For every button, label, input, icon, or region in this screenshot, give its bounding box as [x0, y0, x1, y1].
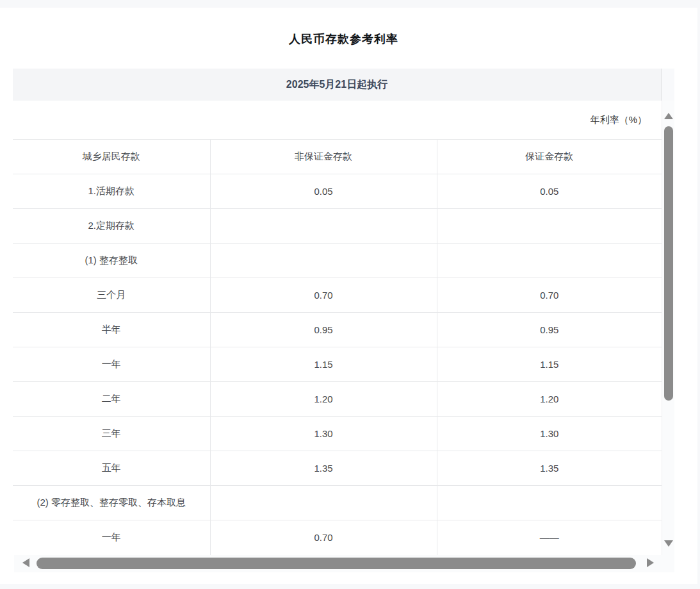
scroll-up-arrow-icon[interactable] [664, 113, 673, 119]
margin-rate-cell: —— [437, 520, 662, 555]
non-margin-rate-cell: 0.70 [210, 278, 437, 313]
non-margin-rate-cell: 0.70 [210, 520, 437, 555]
rates-page: 人民币存款参考利率 2025年5月21日起执行 年利率（%） 城乡居民存款 非保… [0, 0, 700, 589]
vertical-scrollbar[interactable] [662, 101, 674, 572]
margin-rate-cell: 1.20 [437, 382, 662, 417]
non-margin-rate-cell [210, 209, 437, 244]
deposit-type-cell: 半年 [13, 313, 210, 347]
scroll-left-arrow-icon[interactable] [22, 558, 29, 567]
header-deposit-type: 城乡居民存款 [13, 140, 210, 174]
margin-rate-cell: 1.30 [437, 417, 662, 451]
deposit-type-cell: (1) 整存整取 [13, 244, 210, 278]
page-title: 人民币存款参考利率 [13, 31, 674, 47]
margin-rate-cell: 1.15 [437, 347, 662, 382]
annual-rate-unit-label: 年利率（%） [13, 113, 647, 127]
table-row: 一年 1.15 1.15 [13, 347, 662, 382]
rate-table-body: 1.活期存款 0.05 0.05 2.定期存款 (1) 整存整取 三个月 0.7… [13, 174, 662, 555]
table-row: 一年 0.70 —— [13, 520, 662, 555]
table-row: 1.活期存款 0.05 0.05 [13, 174, 662, 209]
scroll-down-arrow-icon[interactable] [664, 540, 673, 547]
table-row: 二年 1.20 1.20 [13, 382, 662, 417]
table-row: 三年 1.30 1.30 [13, 417, 662, 451]
table-row: 五年 1.35 1.35 [13, 451, 662, 486]
table-row: 半年 0.95 0.95 [13, 313, 662, 347]
effective-date-banner-gutter [662, 69, 674, 101]
non-margin-rate-cell: 1.35 [210, 451, 437, 486]
deposit-type-cell: 五年 [13, 451, 210, 486]
margin-rate-cell [437, 244, 662, 278]
deposit-type-cell: (2) 零存整取、整存零取、存本取息 [13, 486, 210, 520]
deposit-type-cell: 三个月 [13, 278, 210, 313]
table-row: 三个月 0.70 0.70 [13, 278, 662, 313]
non-margin-rate-cell: 0.95 [210, 313, 437, 347]
non-margin-rate-cell [210, 244, 437, 278]
margin-rate-cell [437, 209, 662, 244]
deposit-type-cell: 1.活期存款 [13, 174, 210, 209]
vertical-scrollbar-thumb[interactable] [664, 126, 673, 401]
effective-date-banner: 2025年5月21日起执行 [13, 69, 662, 101]
scroll-right-arrow-icon[interactable] [647, 558, 654, 567]
horizontal-scrollbar-thumb[interactable] [37, 558, 636, 569]
rates-table-viewport[interactable]: 城乡居民存款 非保证金存款 保证金存款 1.活期存款 0.05 0.05 2.定… [13, 139, 662, 555]
non-margin-rate-cell: 1.20 [210, 382, 437, 417]
deposit-type-cell: 三年 [13, 417, 210, 451]
non-margin-rate-cell: 1.30 [210, 417, 437, 451]
non-margin-rate-cell: 0.05 [210, 174, 437, 209]
table-row: (2) 零存整取、整存零取、存本取息 [13, 486, 662, 520]
rates-table: 城乡居民存款 非保证金存款 保证金存款 1.活期存款 0.05 0.05 2.定… [13, 139, 662, 555]
margin-rate-cell: 0.70 [437, 278, 662, 313]
header-non-margin-deposit: 非保证金存款 [210, 140, 437, 174]
header-margin-deposit: 保证金存款 [437, 140, 662, 174]
deposit-type-cell: 一年 [13, 520, 210, 555]
margin-rate-cell: 0.95 [437, 313, 662, 347]
table-header-row: 城乡居民存款 非保证金存款 保证金存款 [13, 140, 662, 174]
non-margin-rate-cell [210, 486, 437, 520]
deposit-type-cell: 2.定期存款 [13, 209, 210, 244]
deposit-type-cell: 一年 [13, 347, 210, 382]
non-margin-rate-cell: 1.15 [210, 347, 437, 382]
table-row: 2.定期存款 [13, 209, 662, 244]
horizontal-scrollbar[interactable] [14, 555, 674, 572]
table-row: (1) 整存整取 [13, 244, 662, 278]
deposit-type-cell: 二年 [13, 382, 210, 417]
margin-rate-cell [437, 486, 662, 520]
margin-rate-cell: 0.05 [437, 174, 662, 209]
margin-rate-cell: 1.35 [437, 451, 662, 486]
